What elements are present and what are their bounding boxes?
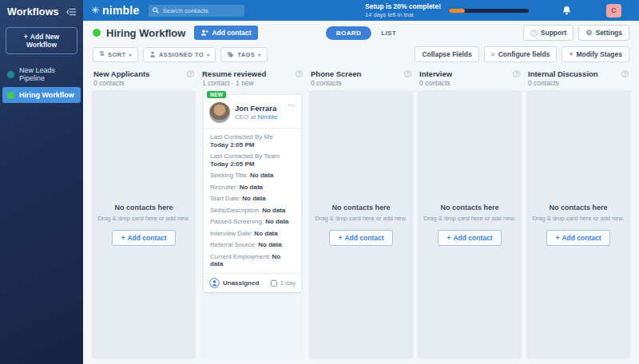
collapse-fields-button[interactable]: Collapse Fields bbox=[415, 46, 478, 62]
plus-icon: + bbox=[121, 234, 125, 242]
new-badge: NEW bbox=[207, 91, 226, 98]
settings-button[interactable]: ⚙ Settings bbox=[578, 25, 629, 41]
chevron-down-icon: ▾ bbox=[258, 52, 260, 57]
column-dropzone[interactable]: No contacts here Drag & drop card here o… bbox=[309, 90, 413, 359]
search-input[interactable] bbox=[162, 7, 240, 14]
column-help-icon[interactable]: ? bbox=[187, 70, 194, 77]
contact-title: CEO at Nimble bbox=[235, 113, 277, 121]
calendar-icon bbox=[271, 279, 277, 287]
plus-icon: + bbox=[555, 234, 559, 242]
sidebar-item-new-leads-pipeline[interactable]: New Leads Pipeline bbox=[0, 62, 83, 86]
tag-icon bbox=[227, 51, 234, 58]
column-dropzone[interactable]: NEW Jon Ferrara CEO at Nimble ⋯ Last Co bbox=[200, 90, 304, 359]
column-count: 0 contacts bbox=[311, 79, 411, 87]
configure-fields-button[interactable]: ≡ Configure fields bbox=[484, 46, 558, 62]
workflow-dot-icon bbox=[7, 71, 14, 78]
empty-state: No contacts here Drag & drop card here o… bbox=[527, 204, 629, 247]
column-interview: Interview ? 0 contacts No contacts here … bbox=[418, 69, 522, 359]
workflow-dot-icon bbox=[7, 92, 14, 99]
column-help-icon[interactable]: ? bbox=[513, 70, 520, 77]
person-icon bbox=[149, 51, 156, 57]
column-dropzone[interactable]: No contacts here Drag & drop card here o… bbox=[92, 90, 196, 359]
column-resume-reviewed: Resume reviewed ? 1 contact · 1 new NEW … bbox=[200, 69, 304, 359]
page-title: Hiring Workflow bbox=[106, 27, 185, 39]
add-contact-column-button[interactable]: +Add contact bbox=[438, 230, 501, 246]
setup-progress-fill bbox=[449, 9, 465, 13]
add-contact-column-button[interactable]: +Add contact bbox=[329, 230, 392, 246]
contact-name[interactable]: Jon Ferrara bbox=[235, 104, 277, 113]
chevron-down-icon: ▾ bbox=[207, 52, 209, 57]
contact-card[interactable]: NEW Jon Ferrara CEO at Nimble ⋯ Last Co bbox=[204, 95, 301, 292]
workflows-sidebar: Workflows +Add New Workflow New Leads Pi… bbox=[0, 0, 83, 364]
workflow-status-dot bbox=[93, 29, 101, 37]
sort-arrows-icon: ⇅ bbox=[99, 51, 105, 57]
tab-board[interactable]: BOARD bbox=[326, 26, 371, 40]
workflow-label: New Leads Pipeline bbox=[19, 66, 78, 82]
add-contact-button[interactable]: Add contact bbox=[194, 26, 257, 40]
contact-avatar[interactable] bbox=[209, 102, 230, 123]
chevron-down-icon: ▾ bbox=[129, 52, 132, 57]
support-button[interactable]: ? Support bbox=[523, 25, 574, 41]
filter-buttons: ⇅ SORT ▾ ASSIGNED TO ▾ TAGS ▾ bbox=[93, 47, 268, 62]
nimble-logo[interactable]: ✳ nimble bbox=[91, 4, 139, 17]
tags-button[interactable]: TAGS ▾ bbox=[220, 47, 267, 62]
field-skills-description: Skills/Description:No data bbox=[210, 207, 295, 214]
column-header: New Applicants ? 0 contacts bbox=[92, 69, 196, 90]
field-last-contacted-team: Last Contacted By Team Today 2:05 PM bbox=[210, 152, 295, 168]
stage-buttons: Collapse Fields ≡ Configure fields + Mod… bbox=[415, 46, 629, 62]
column-dropzone[interactable]: No contacts here Drag & drop card here o… bbox=[418, 90, 522, 359]
field-seeking-title: Seeking Title:No data bbox=[210, 172, 295, 179]
column-name: Internal Discussion bbox=[528, 69, 598, 78]
assigned-to-button[interactable]: ASSIGNED TO ▾ bbox=[143, 47, 216, 62]
nimble-logo-icon: ✳ bbox=[91, 6, 99, 15]
search-box[interactable] bbox=[149, 5, 244, 17]
card-age: 1 day bbox=[271, 279, 296, 287]
workflow-label: Hiring Workflow bbox=[19, 91, 74, 99]
column-header: Phone Screen ? 0 contacts bbox=[309, 69, 413, 90]
column-count: 0 contacts bbox=[419, 79, 520, 87]
empty-subtitle: Drag & drop card here or add new. bbox=[315, 215, 407, 223]
user-avatar[interactable]: C bbox=[606, 4, 621, 18]
search-icon bbox=[153, 7, 159, 14]
gear-icon: ⚙ bbox=[585, 30, 592, 37]
collapse-sidebar-icon[interactable] bbox=[66, 8, 77, 16]
add-contact-column-button[interactable]: +Add contact bbox=[546, 230, 609, 246]
contact-identity: Jon Ferrara CEO at Nimble bbox=[235, 104, 277, 121]
workflow-header: Hiring Workflow Add contact BOARD LIST ?… bbox=[83, 21, 639, 45]
add-new-workflow-button[interactable]: +Add New Workflow bbox=[6, 27, 77, 54]
column-header: Interview ? 0 contacts bbox=[418, 69, 522, 90]
company-link[interactable]: Nimble bbox=[257, 113, 277, 121]
field-referral-source: Referral Source:No data bbox=[210, 241, 295, 248]
card-footer: Unassigned 1 day bbox=[204, 273, 301, 292]
card-menu-icon[interactable]: ⋯ bbox=[288, 102, 296, 109]
list-lines-icon: ≡ bbox=[491, 50, 495, 58]
column-help-icon[interactable]: ? bbox=[621, 70, 629, 77]
empty-state: No contacts here Drag & drop card here o… bbox=[93, 204, 194, 247]
setup-subtitle: 14 days left in trial bbox=[365, 11, 441, 18]
column-dropzone[interactable]: No contacts here Drag & drop card here o… bbox=[526, 90, 630, 359]
column-new-applicants: New Applicants ? 0 contacts No contacts … bbox=[92, 69, 196, 359]
assignee-label: Unassigned bbox=[223, 279, 259, 287]
empty-title: No contacts here bbox=[97, 204, 189, 212]
sidebar-item-hiring-workflow[interactable]: Hiring Workflow bbox=[2, 87, 81, 103]
tab-list[interactable]: LIST bbox=[381, 30, 396, 37]
column-name: Resume reviewed bbox=[202, 69, 266, 78]
sort-button[interactable]: ⇅ SORT ▾ bbox=[93, 47, 138, 62]
field-recruiter: Recruiter:No data bbox=[210, 184, 295, 191]
card-fields: Last Contacted By Me Today 2:05 PM Last … bbox=[204, 128, 301, 273]
column-count: 0 contacts bbox=[93, 79, 194, 87]
column-help-icon[interactable]: ? bbox=[404, 70, 411, 77]
field-last-contacted-me: Last Contacted By Me Today 2:05 PM bbox=[210, 133, 295, 148]
setup-title: Setup is 20% complete! bbox=[365, 2, 441, 11]
field-passed-screening: Passed Screening:No data bbox=[210, 218, 295, 225]
assignee-control[interactable]: Unassigned bbox=[209, 278, 259, 288]
column-help-icon[interactable]: ? bbox=[296, 70, 303, 77]
field-interview-date: Interview Date:No data bbox=[210, 230, 295, 237]
unassigned-person-icon bbox=[209, 278, 220, 288]
notifications-bell-icon[interactable] bbox=[562, 6, 571, 15]
top-navigation-bar: ✳ nimble Setup is 20% complete! 14 days … bbox=[83, 0, 639, 21]
column-name: Phone Screen bbox=[311, 69, 361, 78]
modify-stages-button[interactable]: + Modify Stages bbox=[562, 46, 629, 62]
column-count: 1 contact · 1 new bbox=[202, 79, 303, 87]
add-contact-column-button[interactable]: +Add contact bbox=[112, 230, 175, 246]
